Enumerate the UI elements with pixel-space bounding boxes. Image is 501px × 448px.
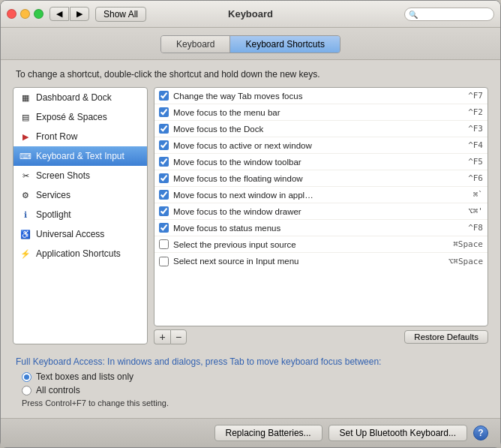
shortcut-checkbox[interactable] bbox=[159, 124, 169, 134]
sidebar-item-front-row[interactable]: ▶ Front Row bbox=[14, 127, 147, 146]
shortcut-panel: Change the way Tab moves focus^F7Move fo… bbox=[154, 87, 488, 344]
help-button[interactable]: ? bbox=[473, 425, 488, 440]
forward-button[interactable]: ▶ bbox=[70, 7, 89, 21]
shortcut-label: Move focus to the Dock bbox=[173, 125, 464, 134]
sidebar-item-label: Screen Shots bbox=[36, 170, 90, 181]
add-shortcut-button[interactable]: + bbox=[154, 329, 170, 344]
instruction-text: To change a shortcut, double-click the s… bbox=[13, 69, 488, 80]
main-content: To change a shortcut, double-click the s… bbox=[1, 60, 500, 418]
shortcut-key: ^F3 bbox=[468, 124, 483, 134]
add-remove-buttons: + − bbox=[154, 329, 187, 344]
shortcut-label: Move focus to the menu bar bbox=[173, 108, 464, 117]
sidebar-item-universal-access[interactable]: ♿ Universal Access bbox=[14, 224, 147, 244]
sidebar-item-keyboard-text[interactable]: ⌨ Keyboard & Text Input bbox=[14, 146, 147, 166]
sidebar-item-label: Application Shortcuts bbox=[36, 248, 121, 259]
fka-option-all-controls-label: All controls bbox=[36, 385, 80, 395]
shortcut-checkbox[interactable] bbox=[159, 223, 169, 233]
fka-note: Press Control+F7 to change this setting. bbox=[16, 397, 485, 409]
title-bar: ◀ ▶ Show All Keyboard 🔍 bbox=[1, 1, 500, 28]
fka-radio-text-boxes[interactable] bbox=[22, 372, 32, 382]
setup-bluetooth-button[interactable]: Set Up Bluetooth Keyboard... bbox=[328, 425, 467, 441]
minimize-button[interactable] bbox=[20, 9, 30, 19]
shortcut-row: Select the previous input source⌘Space bbox=[154, 236, 488, 253]
replacing-batteries-button[interactable]: Replacing Batteries... bbox=[214, 425, 322, 441]
traffic-lights bbox=[7, 9, 44, 19]
tab-bar: Keyboard Keyboard Shortcuts bbox=[1, 28, 500, 60]
shortcut-list: Change the way Tab moves focus^F7Move fo… bbox=[154, 87, 488, 326]
back-button[interactable]: ◀ bbox=[50, 7, 69, 21]
sidebar: ▦ Dashboard & Dock ▤ Exposé & Spaces ▶ F… bbox=[13, 87, 148, 344]
shortcut-row: Move focus to the window drawer⌥⌘' bbox=[154, 203, 488, 220]
show-all-button[interactable]: Show All bbox=[95, 7, 146, 22]
shortcut-label: Move focus to active or next window bbox=[173, 141, 464, 150]
dashboard-dock-icon: ▦ bbox=[20, 92, 32, 104]
close-button[interactable] bbox=[7, 9, 16, 19]
spotlight-icon: ℹ bbox=[20, 209, 32, 221]
shortcut-checkbox[interactable] bbox=[159, 206, 169, 216]
sidebar-item-screen-shots[interactable]: ✂ Screen Shots bbox=[14, 166, 147, 185]
shortcut-key: ^F6 bbox=[468, 173, 483, 183]
app-shortcuts-icon: ⚡ bbox=[20, 248, 32, 260]
screen-shots-icon: ✂ bbox=[20, 170, 32, 182]
sidebar-item-app-shortcuts[interactable]: ⚡ Application Shortcuts bbox=[14, 244, 147, 263]
fka-option-text-boxes-label: Text boxes and lists only bbox=[36, 371, 134, 382]
sidebar-item-expose-spaces[interactable]: ▤ Exposé & Spaces bbox=[14, 107, 147, 127]
restore-defaults-button[interactable]: Restore Defaults bbox=[404, 330, 488, 344]
universal-access-icon: ♿ bbox=[20, 228, 32, 240]
keyboard-preferences-window: ◀ ▶ Show All Keyboard 🔍 Keyboard Keyboar… bbox=[0, 0, 501, 448]
shortcut-row: Move focus to active or next window^F4 bbox=[154, 137, 488, 154]
sidebar-item-dashboard-dock[interactable]: ▦ Dashboard & Dock bbox=[14, 88, 147, 107]
shortcut-key: ^F5 bbox=[468, 157, 483, 167]
tab-keyboard-shortcuts[interactable]: Keyboard Shortcuts bbox=[230, 36, 339, 53]
bottom-bar: Replacing Batteries... Set Up Bluetooth … bbox=[1, 418, 500, 447]
shortcut-key: ⌥⌘Space bbox=[448, 257, 483, 266]
sidebar-item-spotlight[interactable]: ℹ Spotlight bbox=[14, 205, 147, 224]
search-box: 🔍 bbox=[404, 8, 494, 21]
maximize-button[interactable] bbox=[34, 9, 44, 19]
sidebar-item-label: Universal Access bbox=[36, 229, 104, 239]
front-row-icon: ▶ bbox=[20, 131, 32, 143]
sidebar-item-label: Spotlight bbox=[36, 209, 71, 220]
sidebar-item-services[interactable]: ⚙ Services bbox=[14, 185, 147, 205]
shortcut-key: ^F7 bbox=[468, 91, 483, 101]
shortcut-label: Move focus to status menus bbox=[173, 224, 464, 233]
sidebar-item-label: Keyboard & Text Input bbox=[36, 151, 124, 161]
search-input[interactable] bbox=[404, 8, 494, 21]
shortcut-label: Move focus to the floating window bbox=[173, 174, 464, 183]
shortcut-checkbox[interactable] bbox=[159, 91, 169, 101]
shortcut-label: Move focus to the window drawer bbox=[173, 207, 464, 216]
fka-description: In windows and dialogs, press Tab to mov… bbox=[107, 356, 381, 367]
expose-spaces-icon: ▤ bbox=[20, 111, 32, 123]
tab-keyboard[interactable]: Keyboard bbox=[161, 36, 230, 53]
shortcut-key: ^F4 bbox=[468, 140, 483, 150]
shortcut-checkbox[interactable] bbox=[159, 257, 169, 266]
shortcut-checkbox[interactable] bbox=[159, 173, 169, 183]
shortcut-label: Change the way Tab moves focus bbox=[173, 92, 464, 101]
fka-option-text-boxes[interactable]: Text boxes and lists only bbox=[16, 370, 485, 383]
shortcut-row: Change the way Tab moves focus^F7 bbox=[154, 88, 488, 104]
fka-title-text: Full Keyboard Access: bbox=[16, 356, 105, 367]
window-title: Keyboard bbox=[228, 8, 273, 20]
fka-option-all-controls[interactable]: All controls bbox=[16, 383, 485, 397]
nav-buttons: ◀ ▶ bbox=[50, 7, 89, 21]
shortcut-row: Move focus to the Dock^F3 bbox=[154, 121, 488, 137]
shortcut-checkbox[interactable] bbox=[159, 190, 169, 200]
services-icon: ⚙ bbox=[20, 189, 32, 201]
shortcut-checkbox[interactable] bbox=[159, 157, 169, 167]
shortcut-row: Move focus to next window in appl…⌘` bbox=[154, 187, 488, 203]
shortcut-key: ⌘Space bbox=[453, 239, 483, 249]
sidebar-item-label: Services bbox=[36, 190, 70, 200]
fka-title: Full Keyboard Access: In windows and dia… bbox=[16, 356, 485, 367]
shortcut-actions: + − Restore Defaults bbox=[154, 329, 488, 344]
fka-radio-all-controls[interactable] bbox=[22, 386, 32, 395]
shortcut-label: Move focus to next window in appl… bbox=[173, 191, 469, 200]
shortcut-checkbox[interactable] bbox=[159, 107, 169, 117]
shortcut-row: Select next source in Input menu⌥⌘Space bbox=[154, 253, 488, 269]
search-icon: 🔍 bbox=[409, 10, 418, 18]
fka-section: Full Keyboard Access: In windows and dia… bbox=[13, 352, 488, 409]
remove-shortcut-button[interactable]: − bbox=[170, 329, 187, 344]
tab-group: Keyboard Keyboard Shortcuts bbox=[160, 35, 340, 53]
shortcut-checkbox[interactable] bbox=[159, 140, 169, 150]
shortcut-checkbox[interactable] bbox=[159, 239, 169, 249]
shortcut-key: ⌥⌘' bbox=[468, 206, 483, 216]
